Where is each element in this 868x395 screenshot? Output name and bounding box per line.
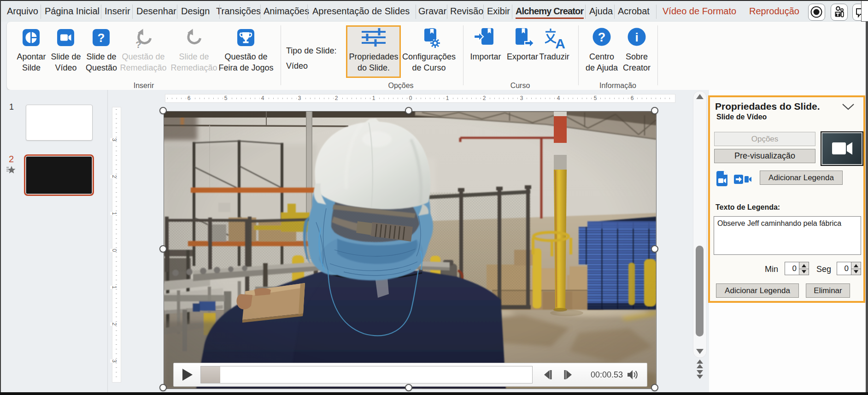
svg-text:i: i <box>635 30 638 44</box>
svg-text:A: A <box>555 36 565 49</box>
svg-text:?: ? <box>135 39 141 48</box>
svg-text:?: ? <box>598 30 606 44</box>
svg-text:?: ? <box>98 31 105 45</box>
